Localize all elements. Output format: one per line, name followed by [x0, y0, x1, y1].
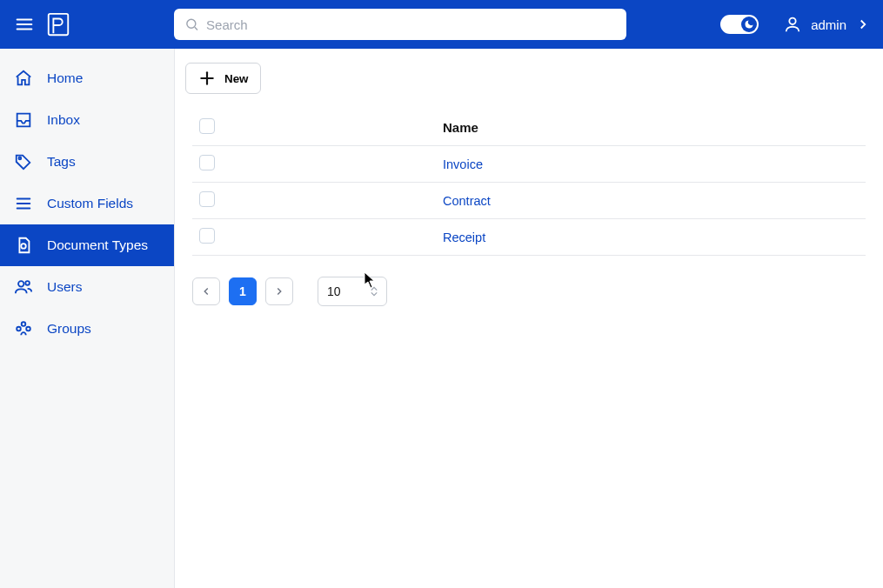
svg-point-16 — [26, 327, 30, 331]
svg-point-4 — [187, 19, 196, 28]
app-header: admin — [0, 0, 883, 49]
sidebar-item-document-types[interactable]: Document Types — [0, 224, 174, 266]
moon-icon — [744, 19, 754, 30]
tag-icon — [14, 152, 33, 171]
pagination: 1 10 — [192, 277, 866, 306]
new-button-label: New — [224, 72, 248, 85]
chevron-left-icon — [200, 285, 212, 297]
row-checkbox[interactable] — [199, 191, 215, 207]
header-select-cell — [192, 110, 436, 146]
table-row: Contract — [192, 183, 866, 219]
select-all-checkbox[interactable] — [199, 118, 215, 134]
search-input[interactable] — [206, 17, 616, 32]
user-icon — [783, 15, 802, 34]
search-box[interactable] — [174, 9, 626, 40]
sidebar-item-custom-fields[interactable]: Custom Fields — [0, 183, 174, 224]
sidebar-item-label: Users — [47, 279, 82, 295]
sidebar-item-inbox[interactable]: Inbox — [0, 99, 174, 141]
users-icon — [14, 277, 33, 297]
user-name: admin — [811, 17, 846, 32]
new-button[interactable]: New — [185, 63, 261, 94]
user-menu[interactable]: admin — [783, 15, 871, 34]
content-area: New Name Invoice Contract — [175, 49, 883, 588]
plus-icon — [198, 70, 216, 87]
sidebar-item-label: Inbox — [47, 112, 80, 128]
svg-point-13 — [25, 281, 30, 285]
column-header-name[interactable]: Name — [436, 110, 866, 146]
table-row: Receipt — [192, 219, 866, 256]
theme-toggle-knob — [741, 17, 757, 32]
sidebar-item-label: Tags — [47, 154, 76, 170]
home-icon — [14, 69, 33, 88]
svg-point-7 — [19, 157, 22, 160]
svg-point-11 — [21, 244, 26, 249]
sidebar-item-label: Document Types — [47, 237, 148, 253]
svg-line-5 — [195, 27, 197, 30]
row-name-link[interactable]: Invoice — [443, 157, 483, 171]
svg-point-14 — [22, 322, 26, 326]
sidebar-item-tags[interactable]: Tags — [0, 141, 174, 183]
stepper-arrows-icon — [371, 286, 378, 297]
document-types-table: Name Invoice Contract Receipt — [192, 110, 866, 256]
sidebar-item-label: Custom Fields — [47, 196, 133, 211]
sidebar: Home Inbox Tags Custom Fields Document T… — [0, 49, 175, 588]
row-name-link[interactable]: Receipt — [443, 231, 485, 244]
sidebar-item-groups[interactable]: Groups — [0, 308, 174, 350]
inbox-icon — [14, 110, 33, 130]
logo-icon — [45, 11, 71, 37]
app-logo[interactable] — [45, 11, 71, 37]
hamburger-icon — [15, 15, 34, 34]
document-icon — [14, 236, 33, 255]
page-next-button[interactable] — [265, 277, 293, 305]
chevron-right-icon — [273, 285, 285, 297]
sidebar-item-home[interactable]: Home — [0, 57, 174, 99]
theme-toggle[interactable] — [720, 15, 759, 34]
page-prev-button[interactable] — [192, 277, 220, 305]
search-icon — [184, 17, 199, 32]
svg-point-12 — [18, 281, 23, 286]
sidebar-item-label: Home — [47, 70, 83, 86]
page-number-button[interactable]: 1 — [229, 277, 257, 305]
group-icon — [14, 319, 33, 338]
row-name-link[interactable]: Contract — [443, 194, 491, 208]
row-checkbox[interactable] — [199, 228, 215, 244]
svg-point-15 — [17, 327, 21, 331]
page-size-select[interactable]: 10 — [318, 277, 387, 306]
sidebar-item-users[interactable]: Users — [0, 266, 174, 308]
menu-button[interactable] — [12, 12, 37, 37]
table-row: Invoice — [192, 146, 866, 183]
svg-point-6 — [789, 18, 795, 24]
chevron-right-icon — [855, 17, 871, 32]
sidebar-item-label: Groups — [47, 321, 91, 337]
page-size-value: 10 — [327, 284, 341, 298]
row-checkbox[interactable] — [199, 155, 215, 170]
page-number-label: 1 — [239, 284, 246, 298]
search-container — [174, 9, 626, 40]
list-icon — [14, 194, 33, 213]
